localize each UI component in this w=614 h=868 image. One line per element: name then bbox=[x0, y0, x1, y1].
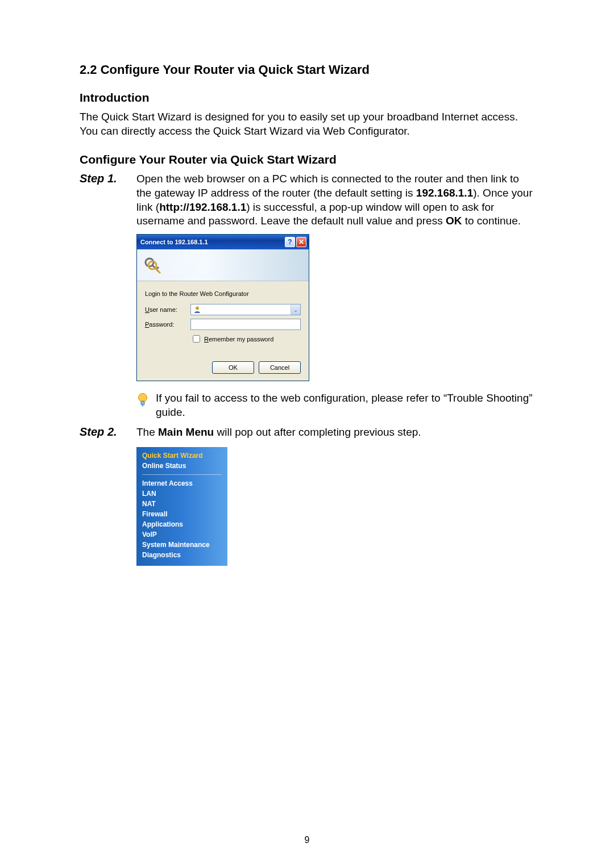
page-number: 9 bbox=[0, 835, 614, 845]
user-icon bbox=[193, 306, 201, 314]
username-combo[interactable]: ⌄ bbox=[190, 304, 301, 315]
step-1-body: Open the web browser on a PC which is co… bbox=[136, 172, 534, 228]
step-2-row: Step 2. The Main Menu will pop out after… bbox=[80, 425, 534, 440]
menu-item-system-maintenance[interactable]: System Maintenance bbox=[142, 540, 222, 550]
menu-divider bbox=[142, 474, 222, 475]
keys-icon bbox=[142, 255, 162, 276]
tip-text: If you fail to access to the web configu… bbox=[156, 391, 534, 419]
step-2-body: The Main Menu will pop out after complet… bbox=[136, 425, 534, 440]
step2-bold: Main Menu bbox=[158, 426, 214, 438]
ok-button[interactable]: OK bbox=[212, 361, 254, 374]
menu-item-voip[interactable]: VoIP bbox=[142, 529, 222, 540]
dialog-body: Login to the Router Web Configurator Use… bbox=[137, 281, 309, 351]
step1-url: http://192.168.1.1 bbox=[159, 201, 246, 213]
menu-figure: Quick Start Wizard Online Status Interne… bbox=[136, 447, 534, 566]
step2-post: will pop out after completing previous s… bbox=[214, 426, 421, 438]
menu-item-online-status[interactable]: Online Status bbox=[142, 461, 222, 471]
remember-label: Remember my password bbox=[204, 336, 273, 343]
menu-item-applications[interactable]: Applications bbox=[142, 519, 222, 529]
username-row: User name: ⌄ bbox=[145, 304, 301, 315]
remember-row: Remember my password bbox=[190, 333, 301, 344]
help-button[interactable]: ? bbox=[285, 237, 295, 247]
username-label-rest: ser name: bbox=[150, 306, 177, 313]
svg-rect-7 bbox=[141, 401, 144, 405]
menu-item-diagnostics[interactable]: Diagnostics bbox=[142, 550, 222, 560]
step2-pre: The bbox=[136, 426, 158, 438]
step-1-row: Step 1. Open the web browser on a PC whi… bbox=[80, 172, 534, 228]
dialog-title: Connect to 192.168.1.1 bbox=[140, 239, 208, 245]
password-input[interactable] bbox=[190, 319, 301, 330]
step1-ok-word: OK bbox=[446, 215, 462, 227]
svg-point-5 bbox=[196, 307, 199, 310]
username-accel: U bbox=[145, 306, 150, 313]
dialog-figure: Connect to 192.168.1.1 ? ✕ bbox=[136, 234, 534, 419]
password-label: Password: bbox=[145, 321, 190, 328]
username-label: User name: bbox=[145, 306, 190, 313]
tip-row: If you fail to access to the web configu… bbox=[136, 391, 534, 419]
dialog-prompt: Login to the Router Web Configurator bbox=[145, 290, 301, 297]
section-title: 2.2 Configure Your Router via Quick Star… bbox=[80, 62, 534, 77]
chevron-down-icon: ⌄ bbox=[293, 307, 298, 313]
main-menu-panel: Quick Start Wizard Online Status Interne… bbox=[136, 447, 227, 566]
menu-item-nat[interactable]: NAT bbox=[142, 499, 222, 509]
remember-accel: R bbox=[204, 336, 209, 343]
password-row: Password: bbox=[145, 319, 301, 330]
login-dialog: Connect to 192.168.1.1 ? ✕ bbox=[136, 234, 309, 381]
document-page: 2.2 Configure Your Router via Quick Star… bbox=[0, 0, 614, 868]
lightbulb-icon bbox=[136, 391, 149, 411]
step-1-label: Step 1. bbox=[80, 172, 136, 185]
step1-text-d: to continue. bbox=[462, 215, 521, 227]
menu-item-firewall[interactable]: Firewall bbox=[142, 509, 222, 519]
menu-item-lan[interactable]: LAN bbox=[142, 489, 222, 499]
username-input[interactable] bbox=[191, 304, 291, 315]
remember-checkbox[interactable] bbox=[193, 335, 200, 343]
intro-text: The Quick Start Wizard is designed for y… bbox=[80, 110, 534, 138]
svg-point-6 bbox=[139, 394, 147, 402]
step1-ip: 192.168.1.1 bbox=[416, 187, 473, 199]
step-2-label: Step 2. bbox=[80, 425, 136, 439]
cancel-button[interactable]: Cancel bbox=[259, 361, 301, 374]
dialog-titlebar: Connect to 192.168.1.1 ? ✕ bbox=[137, 235, 309, 249]
intro-heading: Introduction bbox=[80, 91, 534, 105]
close-button[interactable]: ✕ bbox=[296, 237, 306, 247]
password-label-rest: assword: bbox=[149, 321, 174, 328]
configure-heading: Configure Your Router via Quick Start Wi… bbox=[80, 153, 534, 166]
remember-label-rest: emember my password bbox=[209, 336, 273, 343]
menu-item-internet-access[interactable]: Internet Access bbox=[142, 478, 222, 489]
menu-item-quick-start[interactable]: Quick Start Wizard bbox=[142, 450, 222, 461]
username-dropdown-button[interactable]: ⌄ bbox=[291, 304, 300, 315]
title-controls: ? ✕ bbox=[285, 237, 306, 247]
dialog-banner bbox=[137, 249, 309, 281]
dialog-button-row: OK Cancel bbox=[137, 351, 309, 381]
